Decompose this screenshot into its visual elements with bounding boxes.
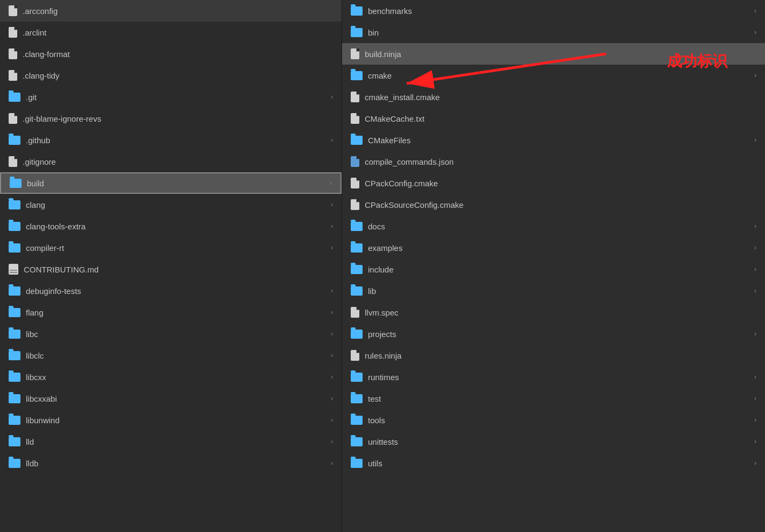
- left-item-debuginfo-tests[interactable]: debuginfo-tests›: [0, 280, 342, 302]
- file-name-label: examples: [368, 243, 754, 253]
- right-item-cmake_installcmake[interactable]: cmake_install.cmake: [342, 86, 765, 108]
- file-name-label: .arcconfig: [23, 6, 333, 16]
- right-item-docs[interactable]: docs›: [342, 215, 765, 237]
- right-file-panel[interactable]: benchmarks›bin›build.ninjacmake›cmake_in…: [342, 0, 765, 532]
- right-item-benchmarks[interactable]: benchmarks›: [342, 0, 765, 22]
- chevron-icon: ›: [330, 179, 332, 187]
- left-item-clang-format[interactable]: .clang-format: [0, 43, 342, 65]
- right-item-runtimes[interactable]: runtimes›: [342, 366, 765, 388]
- file-name-label: compile_commands.json: [365, 157, 756, 166]
- file-icon: [9, 70, 17, 81]
- right-item-include[interactable]: include›: [342, 258, 765, 280]
- left-item-arcconfig[interactable]: .arcconfig: [0, 0, 342, 22]
- left-item-libcxx[interactable]: libcxx›: [0, 366, 342, 388]
- chevron-icon: ›: [754, 29, 756, 36]
- file-icon: [351, 350, 359, 361]
- folder-icon: [9, 243, 20, 253]
- right-item-lib[interactable]: lib›: [342, 280, 765, 302]
- right-item-tools[interactable]: tools›: [342, 409, 765, 431]
- file-name-label: lldb: [26, 459, 331, 468]
- right-item-examples[interactable]: examples›: [342, 237, 765, 258]
- folder-icon: [9, 286, 20, 296]
- left-item-clang-tidy[interactable]: .clang-tidy: [0, 65, 342, 86]
- file-name-label: CMakeFiles: [368, 136, 754, 145]
- left-item-github[interactable]: .github›: [0, 129, 342, 151]
- right-item-projects[interactable]: projects›: [342, 323, 765, 345]
- file-icon: [351, 178, 359, 188]
- right-item-utils[interactable]: utils›: [342, 452, 765, 474]
- folder-icon: [351, 330, 363, 339]
- file-name-label: CMakeCache.txt: [365, 114, 756, 123]
- chevron-icon: ›: [331, 201, 333, 208]
- file-name-label: benchmarks: [368, 6, 754, 16]
- file-name-label: build: [27, 179, 330, 188]
- file-name-label: CPackConfig.cmake: [365, 179, 756, 188]
- file-name-label: libcxxabi: [26, 394, 331, 403]
- right-item-test[interactable]: test›: [342, 388, 765, 409]
- left-item-compiler-rt[interactable]: compiler-rt›: [0, 237, 342, 258]
- left-file-panel[interactable]: .arcconfig.arclint.clang-format.clang-ti…: [0, 0, 342, 532]
- file-name-label: cmake: [368, 71, 754, 80]
- chevron-icon: ›: [331, 352, 333, 359]
- right-item-compile_commandsjson[interactable]: compile_commands.json: [342, 151, 765, 172]
- file-icon: [9, 48, 17, 59]
- file-name-label: tools: [368, 416, 754, 425]
- chevron-icon: ›: [754, 395, 756, 402]
- right-item-bin[interactable]: bin›: [342, 22, 765, 43]
- file-name-label: .arclint: [23, 28, 333, 37]
- folder-icon: [351, 286, 363, 296]
- left-item-build[interactable]: build›: [0, 172, 342, 194]
- file-lines-icon: [9, 264, 18, 275]
- chevron-icon: ›: [754, 136, 756, 144]
- chevron-icon: ›: [754, 265, 756, 273]
- chevron-icon: ›: [754, 72, 756, 79]
- folder-icon: [9, 200, 20, 209]
- file-icon: [351, 92, 359, 102]
- left-item-lldb[interactable]: lldb›: [0, 452, 342, 474]
- chevron-icon: ›: [331, 459, 333, 467]
- left-item-flang[interactable]: flang›: [0, 302, 342, 323]
- left-item-git-blame-ignore-revs[interactable]: .git-blame-ignore-revs: [0, 108, 342, 129]
- folder-icon: [9, 222, 20, 231]
- right-item-buildninja[interactable]: build.ninja: [342, 43, 765, 65]
- left-item-clang-tools-extra[interactable]: clang-tools-extra›: [0, 215, 342, 237]
- left-item-libclc[interactable]: libclc›: [0, 345, 342, 366]
- chevron-icon: ›: [754, 222, 756, 230]
- right-item-llvmspec[interactable]: llvm.spec: [342, 302, 765, 323]
- left-item-gitignore[interactable]: .gitignore: [0, 151, 342, 172]
- chevron-icon: ›: [331, 244, 333, 251]
- file-name-label: libcxx: [26, 373, 331, 382]
- right-item-CMakeCachetxt[interactable]: CMakeCache.txt: [342, 108, 765, 129]
- file-name-label: .github: [26, 136, 331, 145]
- right-item-CPackConfigcmake[interactable]: CPackConfig.cmake: [342, 172, 765, 194]
- left-item-libunwind[interactable]: libunwind›: [0, 409, 342, 431]
- right-item-unittests[interactable]: unittests›: [342, 431, 765, 452]
- right-item-CMakeFiles[interactable]: CMakeFiles›: [342, 129, 765, 151]
- left-item-clang[interactable]: clang›: [0, 194, 342, 215]
- file-name-label: .gitignore: [23, 157, 333, 166]
- folder-icon: [9, 136, 20, 145]
- file-name-label: cmake_install.cmake: [365, 93, 756, 102]
- folder-icon: [351, 6, 363, 16]
- right-item-rulesninja[interactable]: rules.ninja: [342, 345, 765, 366]
- folder-icon: [351, 437, 363, 446]
- file-name-label: build.ninja: [365, 50, 756, 59]
- chevron-icon: ›: [331, 287, 333, 295]
- right-item-cmake[interactable]: cmake›: [342, 65, 765, 86]
- left-item-libcxxabi[interactable]: libcxxabi›: [0, 388, 342, 409]
- folder-icon: [9, 416, 20, 425]
- file-name-label: clang: [26, 200, 331, 209]
- file-name-label: lib: [368, 286, 754, 296]
- chevron-icon: ›: [754, 287, 756, 295]
- chevron-icon: ›: [331, 373, 333, 381]
- file-name-label: runtimes: [368, 373, 754, 382]
- left-item-git[interactable]: .git›: [0, 86, 342, 108]
- folder-icon: [351, 416, 363, 425]
- left-item-CONTRIBUTINGmd[interactable]: CONTRIBUTING.md: [0, 258, 342, 280]
- file-name-label: .git-blame-ignore-revs: [23, 114, 333, 123]
- right-item-CPackSourceConfigcmake[interactable]: CPackSourceConfig.cmake: [342, 194, 765, 215]
- file-name-label: libc: [26, 330, 331, 339]
- left-item-lld[interactable]: lld›: [0, 431, 342, 452]
- left-item-libc[interactable]: libc›: [0, 323, 342, 345]
- left-item-arclint[interactable]: .arclint: [0, 22, 342, 43]
